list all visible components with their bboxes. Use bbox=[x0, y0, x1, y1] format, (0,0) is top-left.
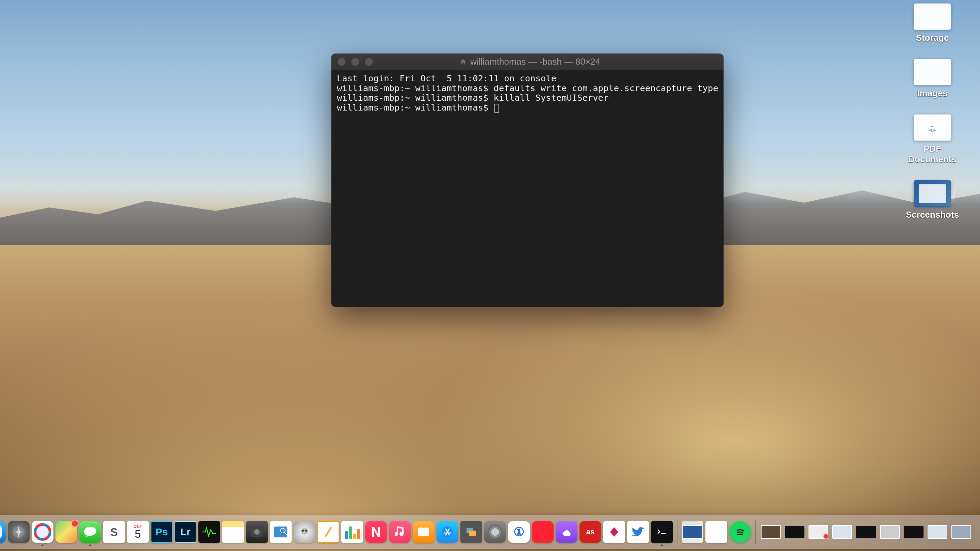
dock-minimized-window[interactable] bbox=[682, 521, 703, 543]
app-letter: Ps bbox=[156, 526, 168, 538]
dock-books-icon[interactable] bbox=[413, 521, 434, 543]
stack-thumb-icon bbox=[914, 59, 951, 86]
svg-point-12 bbox=[305, 530, 307, 532]
terminal-title: williamthomas — -bash — 80×24 bbox=[373, 56, 687, 67]
terminal-line: Last login: Fri Oct 5 11:02:11 on consol… bbox=[337, 73, 556, 83]
dock-music-icon[interactable] bbox=[389, 521, 411, 543]
svg-point-11 bbox=[302, 530, 304, 532]
stack-thumb-icon: PDF bbox=[914, 114, 951, 141]
dock-pages-icon[interactable] bbox=[318, 521, 339, 543]
dock-appstore-icon[interactable] bbox=[437, 521, 458, 543]
minimize-button[interactable] bbox=[351, 58, 360, 66]
stack-label: PDF Documents bbox=[898, 143, 966, 165]
cal-day: 5 bbox=[135, 529, 141, 540]
dock-lightroom-icon[interactable]: Lr bbox=[175, 521, 196, 543]
dock-minimized-thumb[interactable] bbox=[808, 521, 829, 543]
terminal-title-text: williamthomas — -bash — 80×24 bbox=[470, 56, 600, 67]
dock-spotify-icon[interactable] bbox=[729, 521, 751, 543]
dock-sync-icon[interactable] bbox=[556, 521, 578, 543]
dock-separator bbox=[755, 520, 756, 544]
desktop-stack-storage[interactable]: Storage bbox=[898, 3, 966, 43]
dock-safari-icon[interactable] bbox=[32, 521, 53, 543]
dock-1password-icon[interactable]: ① bbox=[508, 521, 530, 543]
dock-minimized-thumb[interactable] bbox=[855, 521, 877, 543]
dock-numbers-icon[interactable] bbox=[341, 521, 363, 543]
svg-rect-15 bbox=[469, 530, 476, 536]
svg-point-6 bbox=[254, 529, 259, 535]
pdf-badge-text: PDF bbox=[929, 127, 936, 132]
dock-news-icon[interactable]: N bbox=[365, 521, 387, 543]
dock-minimized-thumb[interactable] bbox=[950, 521, 972, 543]
dock-launchpad-icon[interactable] bbox=[8, 521, 30, 543]
gear-icon bbox=[488, 524, 503, 540]
dock-messages-icon[interactable] bbox=[79, 521, 101, 543]
stack-label: Screenshots bbox=[906, 210, 959, 220]
dock-photoshop-icon[interactable]: Ps bbox=[151, 521, 172, 543]
dock-minimized-thumb[interactable] bbox=[760, 521, 782, 543]
app-letter: Lr bbox=[180, 526, 191, 538]
app-letter: S bbox=[110, 526, 118, 539]
stack-label: Storage bbox=[916, 33, 949, 43]
terminal-line: williams-mbp:~ williamthomas$ defaults w… bbox=[337, 83, 724, 93]
dock-terminal-icon[interactable] bbox=[651, 521, 673, 543]
dock-preview-icon[interactable] bbox=[270, 521, 292, 543]
close-button[interactable] bbox=[337, 58, 346, 66]
dock-minimized-thumb[interactable] bbox=[831, 521, 853, 543]
dock-sublime-icon[interactable]: S bbox=[103, 521, 125, 543]
stack-label: Images bbox=[917, 88, 948, 98]
desktop-icons-column: Storage Images PDF PDF Documents Screens… bbox=[898, 3, 966, 220]
cursor-icon bbox=[495, 104, 499, 113]
zoom-button[interactable] bbox=[365, 58, 373, 66]
app-letter: ① bbox=[514, 525, 524, 539]
dock-minimized-thumb[interactable] bbox=[927, 521, 948, 543]
dock-minimized-thumb[interactable] bbox=[903, 521, 924, 543]
svg-rect-1 bbox=[0, 525, 2, 539]
dock-sysprefs-icon[interactable] bbox=[484, 521, 506, 543]
terminal-content[interactable]: Last login: Fri Oct 5 11:02:11 on consol… bbox=[331, 70, 724, 116]
dock-trash-icon[interactable] bbox=[974, 521, 980, 543]
terminal-window[interactable]: williamthomas — -bash — 80×24 Last login… bbox=[331, 54, 724, 307]
dock-maps-icon[interactable] bbox=[56, 521, 77, 543]
window-controls bbox=[337, 58, 373, 66]
terminal-prompt: williams-mbp:~ williamthomas$ bbox=[337, 102, 494, 113]
desktop-stack-images[interactable]: Images bbox=[898, 59, 966, 98]
dock-imagecapture-icon[interactable] bbox=[246, 521, 268, 543]
dock-calendar-icon[interactable]: OCT5 bbox=[127, 521, 149, 543]
home-icon bbox=[460, 58, 467, 66]
terminal-titlebar[interactable]: williamthomas — -bash — 80×24 bbox=[331, 54, 724, 70]
dock-automator-icon[interactable] bbox=[294, 521, 315, 543]
dock-vm-icon[interactable] bbox=[460, 521, 482, 543]
dock-notes-icon[interactable] bbox=[222, 521, 244, 543]
desktop-stack-pdf[interactable]: PDF PDF Documents bbox=[898, 114, 966, 165]
stack-thumb-icon bbox=[914, 3, 951, 30]
dock-kite-icon[interactable] bbox=[603, 521, 625, 543]
dock-lastfm-icon[interactable]: as bbox=[579, 521, 601, 543]
stack-thumb-icon bbox=[914, 180, 951, 207]
dock-separator bbox=[677, 520, 678, 544]
dock-twitter-icon[interactable] bbox=[627, 521, 649, 543]
badge-icon bbox=[71, 520, 79, 527]
dock-recent-app-icon[interactable] bbox=[705, 521, 727, 543]
dock-finder-icon[interactable] bbox=[0, 521, 6, 543]
terminal-line: williams-mbp:~ williamthomas$ killall Sy… bbox=[337, 92, 608, 103]
dock-app-red-icon[interactable] bbox=[532, 521, 554, 543]
desktop-stack-screenshots[interactable]: Screenshots bbox=[898, 180, 966, 220]
dock-minimized-thumb[interactable] bbox=[784, 521, 805, 543]
dock-minimized-thumb[interactable] bbox=[879, 521, 901, 543]
dock: S OCT5 Ps Lr N ① as bbox=[0, 515, 980, 549]
dock-activity-icon[interactable] bbox=[198, 521, 220, 543]
